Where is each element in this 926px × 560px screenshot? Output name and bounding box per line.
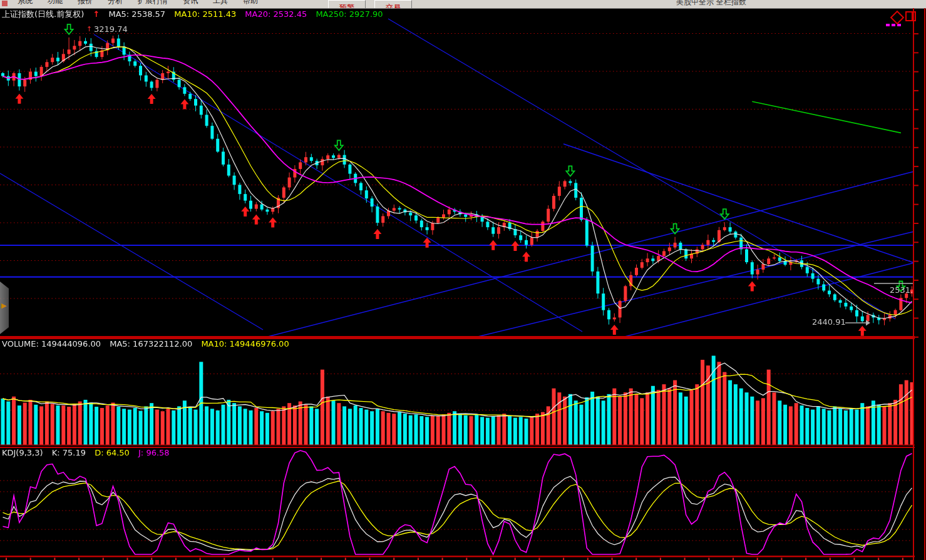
menu-item-analysis[interactable]: 分析 bbox=[100, 0, 130, 5]
ma250-value: MA250: 2927.90 bbox=[316, 9, 383, 19]
main-chart-header: 上证指数(日线.前复权) ↑ MA5: 2538.57 MA10: 2511.4… bbox=[2, 9, 383, 20]
high-marker-arrow-icon: ↑ bbox=[86, 25, 92, 33]
kdj-k-value: K: 75.19 bbox=[52, 448, 86, 457]
sidebar-expander[interactable]: ▶ bbox=[0, 282, 9, 334]
menu-item-tools[interactable]: 工具 bbox=[205, 0, 235, 5]
high-price-label: 3219.74 bbox=[94, 24, 128, 34]
menu-right-status-text: 美股中全示 全栏指数 bbox=[676, 0, 746, 8]
expand-arrow-icon: ▶ bbox=[1, 302, 6, 309]
volume-canvas[interactable] bbox=[0, 338, 926, 447]
kdj-canvas[interactable] bbox=[0, 447, 926, 560]
volume-ma5-value: MA5: 167322112.00 bbox=[110, 339, 192, 349]
symbol-title: 上证指数(日线.前复权) bbox=[2, 9, 84, 19]
menu-item-function[interactable]: 功能 bbox=[40, 0, 70, 5]
buy-signal-arrow-icon: ↑ bbox=[93, 9, 100, 19]
alert-button[interactable]: 预警 bbox=[328, 0, 366, 9]
menu-item-system[interactable]: 系统 bbox=[10, 0, 40, 5]
kdj-d-value: D: 64.50 bbox=[95, 448, 130, 457]
trade-button[interactable]: 交易 bbox=[374, 0, 412, 9]
trading-app-window: 系统 功能 报价 分析 扩展行情 资讯 工具 帮助 预警 交易 美股中全示 全栏… bbox=[0, 0, 926, 560]
volume-value: VOLUME: 149444096.00 bbox=[2, 339, 101, 349]
volume-header: VOLUME: 149444096.00 MA5: 167322112.00 M… bbox=[2, 339, 289, 349]
main-chart-canvas[interactable] bbox=[0, 8, 926, 338]
ma5-value: MA5: 2538.57 bbox=[108, 9, 165, 19]
ellipsis-icon[interactable] bbox=[886, 24, 903, 26]
split-window-icon[interactable] bbox=[905, 11, 916, 21]
menu-item-quotes[interactable]: 报价 bbox=[70, 0, 100, 5]
volume-ma10-value: MA10: 149446976.00 bbox=[201, 339, 289, 349]
ma20-value: MA20: 2532.45 bbox=[245, 9, 307, 19]
low-price-label: 2440.91 bbox=[812, 317, 846, 327]
kdj-j-value: J: 96.58 bbox=[138, 448, 170, 457]
last-price-label: 2531. bbox=[890, 285, 913, 295]
kdj-header: KDJ(9,3,3) K: 75.19 D: 64.50 J: 96.58 bbox=[2, 448, 170, 457]
menu-item-help[interactable]: 帮助 bbox=[235, 0, 265, 5]
menu-bar: 系统 功能 报价 分析 扩展行情 资讯 工具 帮助 预警 交易 美股中全示 全栏… bbox=[0, 0, 926, 9]
menu-item-news[interactable]: 资讯 bbox=[175, 0, 205, 5]
kdj-indicator-name: KDJ(9,3,3) bbox=[2, 448, 43, 457]
ma10-value: MA10: 2511.43 bbox=[174, 9, 236, 19]
app-icon bbox=[2, 1, 8, 6]
menu-item-extended-quotes[interactable]: 扩展行情 bbox=[130, 0, 175, 5]
